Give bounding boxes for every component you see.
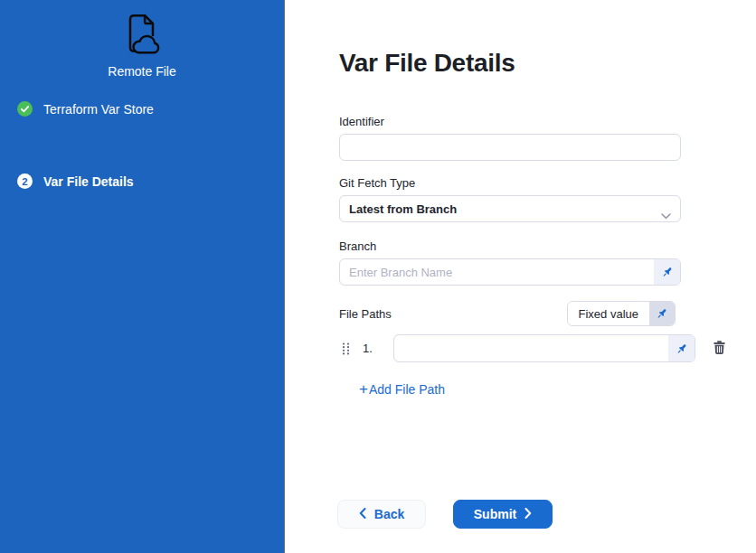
form-footer: Back Submit — [337, 500, 553, 529]
runtime-input-pin-button[interactable] — [654, 259, 680, 285]
remote-file-header: Remote File — [0, 13, 284, 79]
var-file-details-dialog: Remote File Terraform Var Store 2 Var Fi… — [0, 0, 756, 553]
git-fetch-type-label: Git Fetch Type — [339, 176, 681, 190]
drag-handle-icon[interactable] — [342, 342, 350, 355]
add-file-path-label: Add File Path — [369, 382, 445, 397]
file-path-row: 1. — [342, 334, 727, 362]
file-path-input-wrap — [393, 334, 695, 362]
page-title: Var File Details — [339, 49, 515, 78]
wizard-sidebar: Remote File Terraform Var Store 2 Var Fi… — [0, 0, 285, 553]
pushpin-icon — [649, 302, 675, 325]
back-button[interactable]: Back — [337, 500, 426, 529]
step-label: Var File Details — [43, 174, 134, 189]
branch-input-wrap — [339, 258, 681, 286]
file-paths-label: File Paths — [339, 307, 392, 321]
multitype-fixed-value-button[interactable]: Fixed value — [567, 301, 676, 326]
sidebar-step-terraform-var-store[interactable]: Terraform Var Store — [17, 101, 154, 117]
step-number-badge: 2 — [17, 173, 33, 189]
chevron-left-icon — [359, 507, 366, 521]
chevron-down-icon — [661, 207, 671, 223]
file-path-row-index: 1. — [363, 342, 377, 355]
step-label: Terraform Var Store — [43, 102, 154, 117]
back-button-label: Back — [374, 507, 404, 521]
identifier-field-group: Identifier — [339, 115, 681, 161]
submit-button-label: Submit — [474, 507, 516, 521]
runtime-input-pin-button[interactable] — [668, 335, 695, 361]
branch-field-group: Branch — [339, 239, 681, 286]
add-file-path-button[interactable]: + Add File Path — [359, 382, 445, 397]
chevron-right-icon — [524, 507, 532, 521]
file-path-input[interactable] — [393, 334, 695, 362]
trash-icon — [712, 340, 727, 358]
git-fetch-type-select[interactable]: Latest from Branch — [339, 195, 681, 222]
git-fetch-type-value: Latest from Branch — [349, 202, 457, 216]
remote-file-label: Remote File — [108, 64, 175, 79]
var-file-details-form: Var File Details Identifier Git Fetch Ty… — [286, 0, 756, 553]
file-paths-header: File Paths Fixed value — [339, 301, 681, 326]
git-fetch-type-field-group: Git Fetch Type Latest from Branch — [339, 176, 681, 222]
multitype-label: Fixed value — [568, 302, 649, 325]
check-icon — [17, 101, 33, 117]
branch-input[interactable] — [339, 258, 681, 286]
plus-icon: + — [359, 383, 368, 396]
delete-file-path-button[interactable] — [711, 341, 727, 357]
branch-label: Branch — [339, 239, 681, 253]
identifier-input[interactable] — [339, 134, 681, 161]
sidebar-step-var-file-details[interactable]: 2 Var File Details — [17, 173, 134, 189]
submit-button[interactable]: Submit — [453, 500, 553, 529]
remote-file-cloud-icon — [121, 13, 163, 56]
identifier-label: Identifier — [339, 115, 681, 128]
